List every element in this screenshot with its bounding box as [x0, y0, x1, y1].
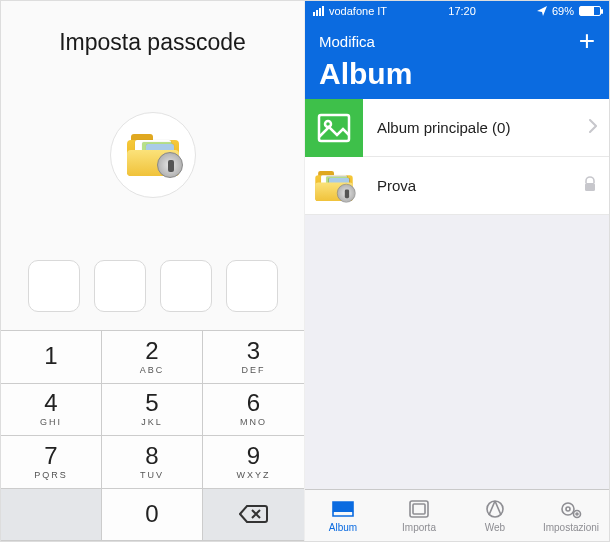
- svg-point-1: [325, 121, 331, 127]
- keypad-9[interactable]: 9WXYZ: [203, 436, 304, 489]
- keypad-5[interactable]: 5JKL: [102, 384, 203, 437]
- carrier-label: vodafone IT: [329, 5, 387, 17]
- page-title: Album: [319, 57, 595, 91]
- keypad-2[interactable]: 2ABC: [102, 331, 203, 384]
- add-button[interactable]: +: [579, 27, 595, 55]
- locked-folder-icon: [127, 134, 179, 176]
- keypad-blank: [1, 489, 102, 542]
- tab-importa[interactable]: Importa: [381, 490, 457, 541]
- picture-icon: [317, 113, 351, 143]
- settings-tab-icon: [559, 498, 583, 520]
- album-label: Album principale (0): [377, 119, 589, 136]
- keypad-1[interactable]: 1: [1, 331, 102, 384]
- album-row-prova[interactable]: Prova: [305, 157, 609, 215]
- dual-screenshot: Imposta passcode 1 2ABC 3DEF 4GHI 5JK: [0, 0, 610, 542]
- import-tab-icon: [407, 498, 431, 520]
- battery-icon: [579, 6, 601, 16]
- svg-point-9: [576, 513, 578, 515]
- tab-label: Album: [329, 522, 357, 533]
- web-tab-icon: [483, 498, 507, 520]
- tab-impostazioni[interactable]: Impostazioni: [533, 490, 609, 541]
- album-row-main[interactable]: Album principale (0): [305, 99, 609, 157]
- tab-label: Importa: [402, 522, 436, 533]
- keypad-7[interactable]: 7PQRS: [1, 436, 102, 489]
- chevron-right-icon: [589, 119, 597, 137]
- svg-rect-2: [585, 183, 595, 191]
- tab-album[interactable]: Album: [305, 490, 381, 541]
- location-icon: [537, 6, 547, 16]
- tab-bar: Album Importa Web: [305, 489, 609, 541]
- edit-button[interactable]: Modifica: [319, 33, 375, 50]
- number-keypad: 1 2ABC 3DEF 4GHI 5JKL 6MNO 7PQRS 8TUV 9W…: [1, 330, 304, 541]
- pin-digit-4: [226, 260, 278, 312]
- backspace-icon: [239, 504, 269, 524]
- pin-digit-3: [160, 260, 212, 312]
- passcode-screen: Imposta passcode 1 2ABC 3DEF 4GHI 5JK: [1, 1, 305, 541]
- keypad-backspace[interactable]: [203, 489, 304, 542]
- svg-rect-4: [413, 504, 425, 514]
- keypad-4[interactable]: 4GHI: [1, 384, 102, 437]
- passcode-title: Imposta passcode: [1, 29, 304, 56]
- clock: 17:20: [448, 5, 476, 17]
- empty-space: [305, 215, 609, 489]
- keypad-6[interactable]: 6MNO: [203, 384, 304, 437]
- svg-point-7: [566, 507, 570, 511]
- album-thumb-prova: [305, 157, 363, 215]
- svg-rect-0: [319, 115, 349, 141]
- keypad-0[interactable]: 0: [102, 489, 203, 542]
- keypad-8[interactable]: 8TUV: [102, 436, 203, 489]
- lock-icon: [583, 176, 597, 196]
- pin-digit-1: [28, 260, 80, 312]
- locked-folder-icon: [315, 170, 352, 200]
- album-label: Prova: [377, 177, 583, 194]
- album-list: Album principale (0): [305, 99, 609, 215]
- tab-web[interactable]: Web: [457, 490, 533, 541]
- svg-point-6: [562, 503, 574, 515]
- tab-label: Web: [485, 522, 505, 533]
- tab-label: Impostazioni: [543, 522, 599, 533]
- album-screen: vodafone IT 17:20 69% Modifica + Album: [305, 1, 609, 541]
- signal-icon: [313, 6, 324, 16]
- keypad-3[interactable]: 3DEF: [203, 331, 304, 384]
- svg-point-8: [574, 511, 581, 518]
- app-logo: [110, 112, 196, 198]
- album-thumb-main: [305, 99, 363, 157]
- pin-entry: [1, 260, 304, 312]
- battery-percent: 69%: [552, 5, 574, 17]
- pin-digit-2: [94, 260, 146, 312]
- status-bar: vodafone IT 17:20 69%: [305, 1, 609, 21]
- nav-header: Modifica + Album: [305, 21, 609, 99]
- album-tab-icon: [331, 498, 355, 520]
